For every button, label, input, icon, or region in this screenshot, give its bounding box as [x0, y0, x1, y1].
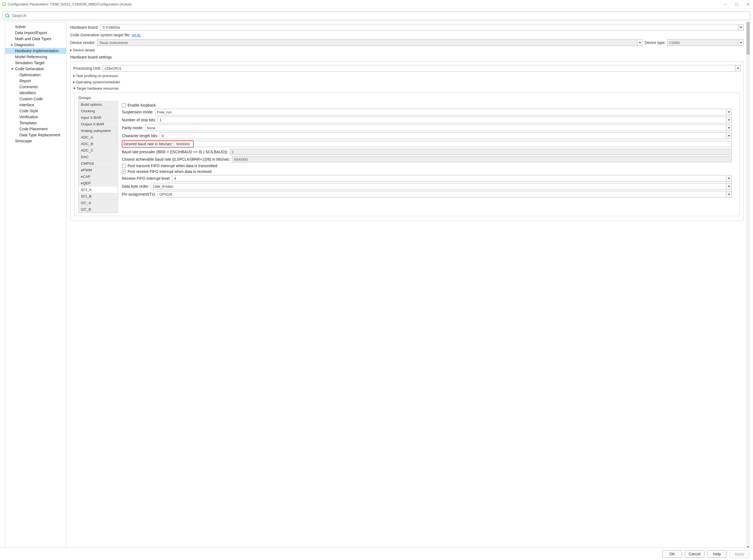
chevron-down-icon[interactable]	[726, 133, 731, 139]
chevron-down-icon[interactable]	[738, 24, 744, 30]
tree-item-label: Diagnostics	[15, 43, 34, 47]
search-input[interactable]	[11, 13, 748, 19]
tree-item-label: Solver	[15, 25, 26, 29]
prescaler-field: 2	[230, 149, 732, 155]
group-item[interactable]: ePWM	[79, 167, 118, 174]
group-item[interactable]: Analog subsystem	[79, 127, 118, 134]
caret-right-icon	[73, 75, 75, 77]
window-title: Configuration Parameters: TIDM_02012_F28…	[8, 2, 721, 6]
tree-item[interactable]: Custom Code	[5, 96, 66, 102]
tree-item[interactable]: Code Style	[5, 108, 66, 114]
tree-item[interactable]: Math and Data Types	[5, 36, 66, 42]
tree-item-label: Data Import/Export	[15, 31, 47, 35]
tree-item[interactable]: Identifiers	[5, 90, 66, 96]
search-icon	[5, 14, 9, 18]
maximize-button[interactable]: ▢	[734, 2, 739, 6]
baud-input-extra[interactable]	[195, 141, 732, 147]
close-button[interactable]: ✕	[745, 2, 751, 6]
group-item[interactable]: Output X-BAR	[79, 121, 118, 127]
group-item[interactable]: I2C_A	[79, 200, 118, 206]
charlen-select[interactable]: 8	[160, 133, 732, 139]
tree-item-label: Model Referencing	[15, 55, 47, 59]
caret-right-icon	[11, 44, 13, 46]
task-profiling-toggle[interactable]: Task profiling on processor	[73, 74, 741, 78]
tree-item[interactable]: Simscape	[5, 138, 66, 144]
tree-item-label: Optimization	[19, 73, 41, 77]
chevron-down-icon[interactable]	[726, 109, 731, 115]
tree-item-label: Simulation Target	[15, 61, 44, 65]
chevron-down-icon[interactable]	[726, 183, 731, 189]
main-panel: Hardware board: TI F28003x Code Generati…	[69, 22, 746, 548]
tree-item[interactable]: Optimization	[5, 72, 66, 78]
device-details-toggle[interactable]: Device details	[70, 48, 744, 52]
group-item[interactable]: SCI_A	[79, 186, 118, 193]
tree-item[interactable]: Diagnostics	[5, 42, 66, 48]
group-item[interactable]: Build options	[79, 101, 118, 108]
group-item[interactable]: SCI_B	[79, 193, 118, 200]
tree-item[interactable]: Interface	[5, 102, 66, 108]
tree-item[interactable]: Comments	[5, 84, 66, 90]
tree-item[interactable]: Templates	[5, 120, 66, 126]
scrollbar-thumb[interactable]	[747, 22, 750, 55]
tree-item[interactable]: Data Import/Export	[5, 30, 66, 36]
group-item[interactable]: Input X-BAR	[79, 115, 118, 121]
hw-board-select[interactable]: TI F28003x	[100, 24, 744, 31]
chevron-down-icon[interactable]	[726, 125, 731, 131]
enable-loopback-checkbox[interactable]	[122, 103, 126, 107]
suspension-select[interactable]: Free_run	[155, 109, 732, 115]
byteorder-value: Little_Endian	[153, 184, 173, 188]
tree-item-label: Code Placement	[19, 127, 48, 131]
nav-tree[interactable]: SolverData Import/ExportMath and Data Ty…	[5, 22, 66, 548]
dev-vendor-value: Texas Instruments	[99, 41, 128, 45]
tree-item[interactable]: Hardware Implementation	[5, 48, 66, 54]
tree-item[interactable]: Code Generation	[5, 66, 66, 72]
proc-unit-label: Processing Unit:	[73, 66, 101, 71]
group-item[interactable]: ADC_C	[79, 147, 118, 154]
byteorder-select[interactable]: Little_Endian	[151, 183, 732, 189]
groups-title: Groups	[78, 96, 735, 100]
codegen-link[interactable]: ert.tlc	[132, 33, 141, 37]
chevron-down-icon[interactable]	[726, 191, 731, 197]
group-properties: Enable loopback Suspension mode: Free_ru…	[118, 101, 735, 199]
group-item[interactable]: eCAP	[79, 174, 118, 180]
tree-item[interactable]: Solver	[5, 24, 66, 30]
rx-fifo-select[interactable]: 4	[172, 175, 732, 182]
post-tx-label: Post transmit FIFO interrupt when data i…	[127, 164, 217, 168]
stopbits-select[interactable]: 1	[158, 117, 732, 123]
pintx-select[interactable]: GPIO29	[157, 191, 732, 198]
groups-box: Groups Build optionsClockingInput X-BARO…	[74, 93, 740, 216]
group-item[interactable]: eQEP	[79, 180, 118, 186]
os-scheduler-toggle[interactable]: Operating system/scheduler	[73, 80, 741, 84]
tree-item[interactable]: Code Placement	[5, 126, 66, 132]
group-item[interactable]: ADC_B	[79, 141, 118, 147]
chevron-down-icon[interactable]	[726, 175, 731, 181]
tree-item-label: Hardware Implementation	[15, 48, 59, 53]
post-rx-checkbox[interactable]	[122, 169, 126, 174]
group-item[interactable]: DAC	[79, 154, 118, 160]
tree-item[interactable]: Data Type Replacement	[5, 132, 66, 138]
chevron-down-icon[interactable]	[735, 65, 740, 71]
rx-fifo-label: Receive FIFO interrupt level:	[122, 176, 170, 181]
minimize-button[interactable]: —	[723, 2, 728, 6]
parity-select[interactable]: None	[145, 124, 732, 131]
tree-item[interactable]: Verification	[5, 114, 66, 120]
tree-item-label: Interface	[19, 103, 34, 107]
proc-unit-select[interactable]: c28xCPU1	[103, 65, 741, 72]
caret-right-icon	[70, 49, 72, 52]
tree-item[interactable]: Report	[5, 78, 66, 84]
group-item[interactable]: CMPSS	[79, 160, 118, 167]
baud-input[interactable]: 5000000	[174, 141, 193, 147]
chevron-down-icon[interactable]	[726, 117, 731, 123]
titlebar: Configuration Parameters: TIDM_02012_F28…	[0, 0, 753, 9]
search-bar[interactable]	[3, 12, 750, 20]
target-hw-toggle[interactable]: Target hardware resources	[73, 86, 741, 91]
group-item[interactable]: Clocking	[79, 108, 118, 115]
group-item[interactable]: I2C_B	[79, 206, 118, 213]
post-tx-checkbox[interactable]	[122, 164, 126, 168]
tree-item[interactable]: Model Referencing	[5, 54, 66, 60]
tree-item[interactable]: Simulation Target	[5, 60, 66, 66]
closest-label: Closest achievable baud rate ((LSPCLK/(B…	[122, 157, 230, 161]
groups-list[interactable]: Build optionsClockingInput X-BAROutput X…	[78, 101, 118, 213]
group-item[interactable]: ADC_A	[79, 134, 118, 141]
main-scrollbar[interactable]	[746, 22, 750, 548]
